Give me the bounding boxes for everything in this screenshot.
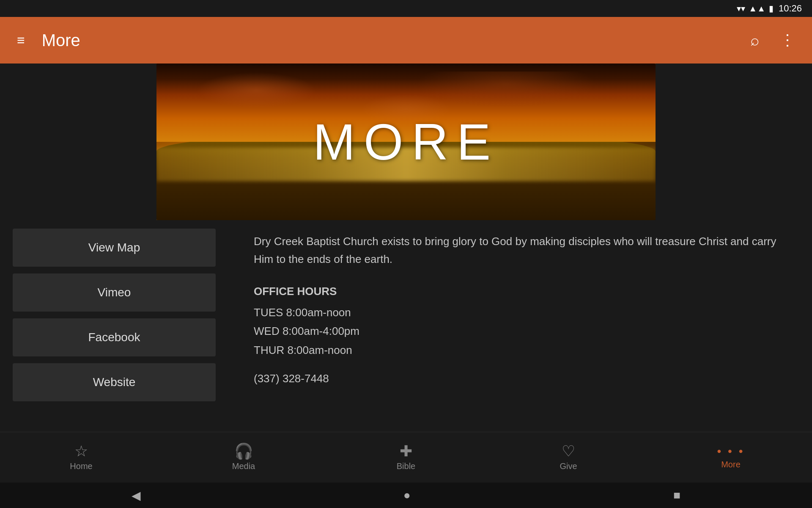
phone-number: (337) 328-7448 [254, 372, 787, 385]
hamburger-icon[interactable]: ≡ [17, 33, 25, 47]
main-content: View Map Vimeo Facebook Website Dry Cree… [0, 220, 812, 457]
signal-icon: ▲▲ [749, 4, 765, 14]
status-icons: ▾▾ ▲▲ ▮ [737, 3, 774, 14]
church-description: Dry Creek Baptist Church exists to bring… [254, 233, 787, 268]
app-bar-actions: ⌕ ⋮ [750, 31, 795, 49]
office-hours-wed: WED 8:00am-4:00pm [254, 322, 787, 340]
overflow-menu-icon[interactable]: ⋮ [780, 31, 795, 49]
hero-background: MORE [156, 64, 656, 220]
hero-title: MORE [313, 113, 499, 171]
vimeo-button[interactable]: Vimeo [13, 273, 216, 312]
office-hours-title: OFFICE HOURS [254, 285, 787, 298]
website-button[interactable]: Website [13, 363, 216, 401]
wifi-icon: ▾▾ [737, 3, 745, 14]
nav-home-label: Home [70, 461, 92, 471]
nav-give-label: Give [560, 461, 577, 471]
home-icon: ☆ [74, 444, 88, 459]
battery-icon: ▮ [769, 3, 774, 14]
android-back-button[interactable]: ◀ [132, 489, 141, 502]
nav-home[interactable]: ☆ Home [0, 444, 162, 471]
right-panel: Dry Creek Baptist Church exists to bring… [228, 220, 812, 457]
nav-media-label: Media [232, 461, 255, 471]
android-home-button[interactable]: ● [403, 489, 411, 502]
nav-more[interactable]: • • • More [650, 445, 812, 469]
bible-icon: ✚ [400, 444, 412, 459]
search-icon[interactable]: ⌕ [750, 31, 760, 49]
status-time: 10:26 [779, 3, 802, 14]
nav-more-label: More [721, 460, 741, 469]
android-nav: ◀ ● ■ [0, 483, 812, 508]
facebook-button[interactable]: Facebook [13, 318, 216, 356]
view-map-button[interactable]: View Map [13, 229, 216, 267]
nav-bible[interactable]: ✚ Bible [325, 444, 487, 471]
more-dots-icon: • • • [717, 445, 745, 457]
nav-bible-label: Bible [397, 461, 415, 471]
hero-image: MORE [156, 64, 656, 220]
app-bar-title: More [42, 31, 750, 50]
status-bar: ▾▾ ▲▲ ▮ 10:26 [0, 0, 812, 17]
nav-media[interactable]: 🎧 Media [162, 444, 325, 471]
office-hours-tues: TUES 8:00am-noon [254, 303, 787, 322]
left-panel: View Map Vimeo Facebook Website [0, 220, 228, 457]
give-icon: ♡ [562, 444, 575, 459]
android-recent-button[interactable]: ■ [673, 489, 680, 502]
media-icon: 🎧 [234, 444, 253, 459]
app-bar: ≡ More ⌕ ⋮ [0, 17, 812, 64]
office-hours-thur: THUR 8:00am-noon [254, 341, 787, 359]
bottom-nav: ☆ Home 🎧 Media ✚ Bible ♡ Give • • • More [0, 432, 812, 483]
nav-give[interactable]: ♡ Give [487, 444, 650, 471]
